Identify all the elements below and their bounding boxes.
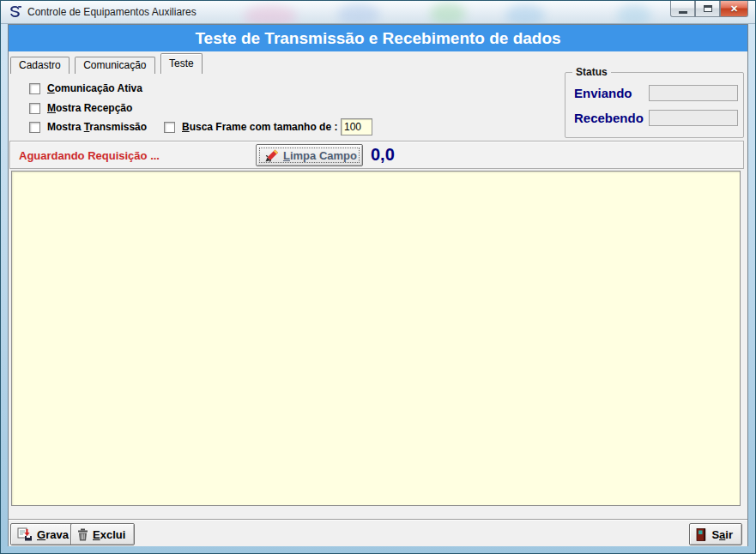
checkbox-label-comunicacao-ativa[interactable]: Comunicação Ativa [47, 82, 142, 94]
maximize-button[interactable] [695, 1, 720, 17]
tab-strip: Cadastro Comunicação Teste [10, 53, 746, 74]
app-logo-icon [8, 5, 22, 20]
limpa-campo-button[interactable]: Limpa Campo [256, 144, 363, 166]
recebendo-label: Recebendo [574, 111, 644, 125]
minimize-button[interactable] [670, 1, 695, 17]
close-icon: ✕ [730, 3, 738, 15]
glass-blob [337, 3, 380, 24]
limpa-campo-label: Limpa Campo [283, 149, 357, 162]
tab-teste[interactable]: Teste [160, 53, 203, 74]
checkbox-mostra-transmissao[interactable] [29, 122, 40, 133]
data-memo-area [11, 171, 741, 506]
save-record-icon [17, 527, 33, 541]
checkbox-label-mostra-recepcao[interactable]: Mostra Recepção [47, 102, 132, 114]
glass-blob [244, 5, 297, 24]
maximize-icon [704, 5, 712, 12]
request-status-text: Aguardando Requisição ... [19, 149, 160, 162]
enviando-field [649, 85, 738, 101]
checkbox-label-mostra-transmissao[interactable]: Mostra Transmissão [47, 121, 147, 133]
glass-blob [505, 4, 545, 24]
frame-size-input[interactable] [341, 118, 372, 135]
memo-input[interactable] [12, 172, 740, 505]
checkbox-label-busca-frame[interactable]: Busca Frame com tamanho de : [182, 121, 337, 133]
exclui-label: Exclui [93, 528, 125, 541]
enviando-label: Enviando [574, 86, 632, 100]
recebendo-field [649, 110, 738, 126]
checkbox-comunicacao-ativa[interactable] [29, 83, 40, 94]
glass-blob [617, 4, 651, 24]
form-client-area: Teste de Transmissão e Recebimento de da… [8, 24, 748, 546]
request-status-panel: Aguardando Requisição ... Limpa Campo 0,… [9, 141, 744, 169]
window-titlebar[interactable]: Controle de Equipamentos Auxiliares ✕ [1, 1, 755, 24]
pencil-eraser-icon [264, 148, 279, 163]
close-button[interactable]: ✕ [720, 1, 748, 17]
status-groupbox: Status Enviando Recebendo [565, 72, 744, 138]
minimize-icon [679, 11, 687, 14]
frame-counter-value: 0,0 [371, 145, 395, 165]
status-groupbox-title: Status [572, 66, 611, 78]
sair-button[interactable]: Sair [689, 523, 742, 545]
grava-label: Grava [37, 528, 69, 541]
window-title: Controle de Equipamentos Auxiliares [27, 1, 197, 23]
tab-cadastro[interactable]: Cadastro [10, 57, 70, 74]
glass-blob [430, 3, 466, 24]
exclui-button[interactable]: Exclui [70, 523, 135, 545]
tab-comunicacao[interactable]: Comunicação [75, 57, 154, 74]
exit-door-icon [696, 528, 707, 541]
checkbox-mostra-recepcao[interactable] [29, 103, 40, 114]
application-window: Controle de Equipamentos Auxiliares ✕ Te… [0, 0, 756, 554]
sair-label: Sair [711, 528, 733, 541]
window-controls: ✕ [670, 1, 748, 17]
grava-button[interactable]: Grava [10, 523, 78, 545]
checkbox-busca-frame[interactable] [164, 122, 175, 133]
footer-toolbar: Grava Exclui Sair [9, 519, 747, 546]
trash-icon [77, 528, 88, 541]
page-title: Teste de Transmissão e Recebimento de da… [9, 25, 747, 51]
